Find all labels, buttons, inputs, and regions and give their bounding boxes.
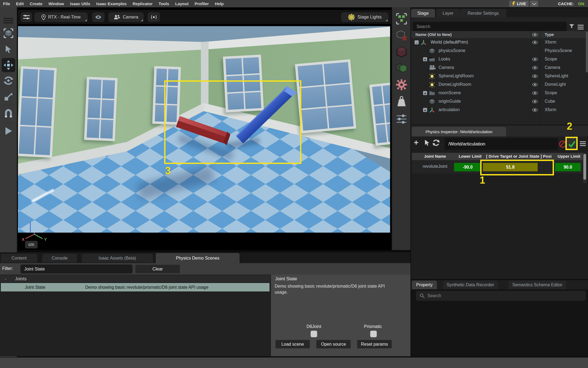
articulation-path-input[interactable] (445, 138, 558, 150)
tree-name-header[interactable]: Name (Old to New) (415, 32, 452, 37)
expand-icon[interactable] (423, 108, 427, 112)
menu-file[interactable]: File (0, 1, 13, 6)
tab-physics-inspector[interactable]: Physics Inspector: /World/articulation (412, 127, 506, 136)
expand-icon[interactable] (423, 91, 427, 95)
menu-tools[interactable]: Tools (156, 1, 172, 6)
select-mode-button[interactable] (3, 27, 14, 39)
menu-layout[interactable]: Layout (172, 1, 191, 6)
tree-row-roomscene[interactable]: roomScene Scope (411, 89, 588, 97)
live-button[interactable]: LIVE (509, 1, 529, 7)
prismatic-checkbox[interactable] (370, 331, 377, 337)
menu-isaac-utils[interactable]: Isaac Utils (67, 1, 93, 6)
viewport-settings-button[interactable] (21, 12, 32, 22)
tab-physics-demo-scenes[interactable]: Physics Demo Scenes (156, 253, 240, 263)
tab-console[interactable]: Console (42, 254, 77, 263)
tree-row-looks[interactable]: Looks Scope (411, 55, 588, 63)
menu-window[interactable]: Window (45, 1, 67, 6)
eye-icon[interactable] (532, 40, 538, 44)
eye-icon[interactable] (532, 83, 538, 87)
collider-button[interactable] (396, 61, 407, 74)
inspector-options-button[interactable] (580, 141, 586, 146)
play-button[interactable] (3, 125, 14, 137)
viewport-audio-button[interactable] (148, 12, 160, 22)
reset-params-button[interactable]: Reset params (357, 340, 392, 348)
clear-button[interactable]: Clear (135, 265, 180, 273)
demo-group-label: Joints (15, 276, 26, 281)
eye-icon[interactable] (532, 57, 538, 61)
joint-name-cell: revoluteJoint (415, 164, 455, 169)
menu-help[interactable]: Help (212, 1, 227, 6)
eye-icon[interactable] (532, 74, 538, 78)
tree-row-articulation[interactable]: articulation Xform (411, 106, 588, 114)
tree-row-physicsscene[interactable]: physicsScene PhysicsScene (411, 47, 588, 55)
eye-icon[interactable] (532, 91, 538, 95)
rigid-body-button[interactable] (396, 45, 407, 59)
joint-table-scrollbar-thumb[interactable] (583, 154, 586, 180)
mass-properties-button[interactable] (396, 95, 407, 108)
viewport-camera-button[interactable]: Camera (108, 12, 144, 22)
tree-row-world[interactable]: World (defaultPrim) Xform (411, 38, 588, 47)
tree-row-camera[interactable]: Camera Camera (411, 63, 588, 72)
eye-icon[interactable] (532, 66, 538, 70)
stage-lights-button[interactable]: Stage Lights (341, 12, 388, 22)
tab-render-settings[interactable]: Render Settings (460, 9, 506, 17)
demo-list-row-selected[interactable]: Joint State Demo showing basic revolute/… (1, 283, 270, 291)
menu-profiler[interactable]: Profiler (192, 1, 212, 6)
units-indicator[interactable]: cm (25, 241, 38, 248)
pick-target-button[interactable] (424, 139, 430, 147)
menu-edit[interactable]: Edit (13, 1, 27, 6)
menu-isaac-examples[interactable]: Isaac Examples (93, 1, 130, 6)
tree-type-header[interactable]: Type (545, 32, 554, 37)
physics-settings-button[interactable] (396, 78, 407, 91)
eye-icon[interactable] (532, 108, 538, 112)
stage-search-input[interactable] (413, 22, 567, 31)
lightning-bolt-icon (512, 1, 515, 6)
tab-semantics-schema-editor[interactable]: Semantics Schema Editor (509, 281, 566, 289)
renderer-button[interactable]: RTX - Real-Time (34, 12, 88, 22)
refresh-button[interactable] (432, 139, 440, 147)
simulation-settings-button[interactable] (396, 112, 407, 126)
col-lower-limit[interactable]: Lower Limit (454, 154, 486, 159)
tab-synthetic-data-recorder[interactable]: Synthetic Data Recorder (443, 281, 498, 289)
load-scene-button[interactable]: Load scene (275, 340, 310, 348)
stage-options-button[interactable] (578, 25, 584, 29)
remove-physics-button[interactable] (396, 29, 407, 42)
cursor-tool-button[interactable] (3, 43, 14, 56)
xform-axis-icon (429, 107, 435, 113)
col-upper-limit[interactable]: Upper Limit (554, 154, 584, 159)
stage-filter-button[interactable] (569, 24, 574, 30)
d6joint-checkbox[interactable] (311, 331, 317, 337)
expand-icon[interactable] (423, 57, 427, 61)
filter-input[interactable] (20, 264, 133, 273)
tree-row-domelightroom[interactable]: DomeLightRoom DomeLight (411, 80, 588, 89)
tab-layer[interactable]: Layer (436, 9, 460, 17)
physics-authoring-button[interactable] (396, 12, 407, 25)
tab-stage[interactable]: Stage (411, 9, 435, 17)
tab-property[interactable]: Property (412, 281, 437, 289)
rotate-tool-button[interactable] (3, 74, 14, 87)
move-tool-button[interactable] (2, 58, 15, 72)
joint-table-scrollbar-track[interactable] (583, 153, 587, 183)
tab-content[interactable]: Content (1, 254, 37, 263)
scale-tool-button[interactable] (3, 91, 14, 103)
tab-isaac-assets[interactable]: Isaac Assets (Beta) (82, 254, 153, 263)
menu-create[interactable]: Create (27, 1, 45, 6)
demo-group-header[interactable]: - Joints (0, 275, 270, 282)
toolbar-menu-button[interactable] (3, 18, 14, 24)
tree-row-originguide[interactable]: originGuide Cube (411, 97, 588, 106)
open-source-button[interactable]: Open source (316, 340, 351, 348)
property-search-input[interactable] (416, 291, 586, 301)
snap-tool-button[interactable] (3, 107, 14, 120)
tree-row-spherelightroom[interactable]: SphereLightRoom SphereLight (411, 72, 588, 80)
col-joint-name[interactable]: Joint Name (415, 154, 455, 159)
rotate-icon (4, 76, 13, 86)
col-drive-target[interactable]: [ Drive Target or Joint State ] Posi (485, 154, 553, 159)
viewport-visibility-button[interactable] (92, 12, 105, 22)
live-dropdown-button[interactable] (530, 1, 538, 7)
menu-replicator[interactable]: Replicator (130, 1, 155, 6)
collapse-icon[interactable] (415, 40, 419, 44)
stage-scrollbar[interactable] (586, 32, 588, 72)
viewport-3d-scene[interactable]: 3 (18, 26, 390, 233)
add-target-button[interactable]: + (414, 138, 419, 147)
eye-icon[interactable] (532, 99, 538, 104)
